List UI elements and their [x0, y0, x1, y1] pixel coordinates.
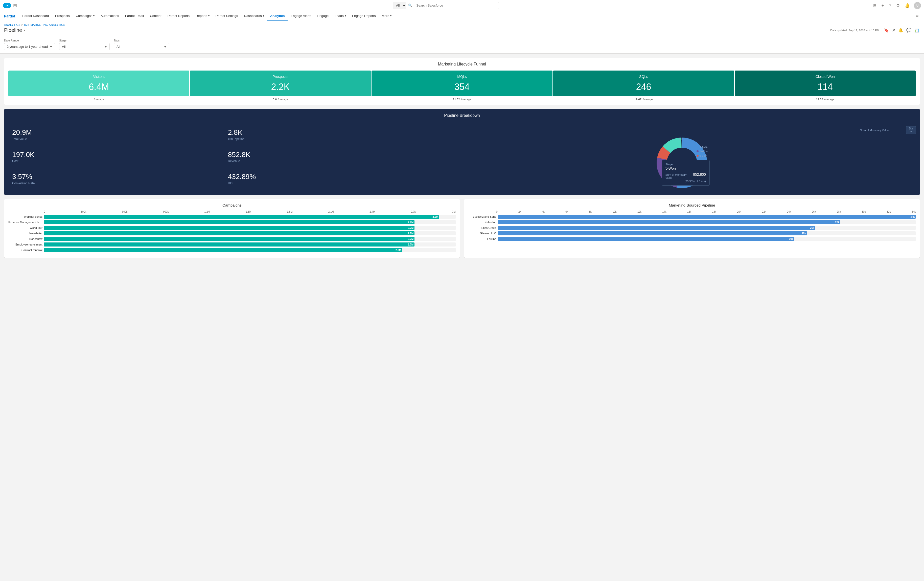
- main-nav: Pardot Pardot Dashboard Prospects Campai…: [0, 11, 924, 21]
- nav-pardot-reports[interactable]: Pardot Reports: [165, 11, 193, 21]
- search-area: All 🔍: [20, 2, 872, 9]
- breadcrumb: ANALYTICS > B2B MARKETING ANALYTICS: [4, 23, 920, 26]
- nav-prospects[interactable]: Prospects: [52, 11, 73, 21]
- funnel-tile-sqls-value: 246: [636, 82, 651, 92]
- bar-val-expense: 2.7M: [408, 221, 414, 224]
- salesforce-logo: ☁: [3, 3, 11, 8]
- pipeline-chart-area: Sum of Monetary Value Sta ▾: [444, 122, 920, 195]
- apps-grid-icon[interactable]: ⊞: [13, 3, 17, 8]
- funnel-tile-prospects-label: Prospects: [272, 74, 288, 79]
- bar-val-sipes: 26k: [810, 226, 814, 229]
- bar-fill-contract: 2.6M: [44, 248, 402, 252]
- breadcrumb-part2[interactable]: B2B MARKETING ANALYTICS: [24, 23, 66, 26]
- date-range-filter: Date Range 2 years ago to 1 year ahead: [4, 39, 55, 50]
- bar-track-sipes: 26k: [498, 226, 916, 230]
- marketing-sourced-card: Marketing Sourced Pipeline 0 2k 4k 6k 8k…: [464, 199, 920, 258]
- bar-row-employee: Employee recruitment 2.7M: [8, 243, 456, 246]
- bar-label-sipes: Sipes Group: [468, 226, 496, 229]
- nav-engage[interactable]: Engage: [314, 11, 332, 21]
- stat-total-value: 20.9M Total Value: [12, 128, 220, 144]
- stat-roi: 432.89% ROI: [228, 172, 436, 188]
- nav-edit-button[interactable]: ✏: [915, 13, 920, 20]
- chat-icon-btn[interactable]: 💬: [906, 27, 912, 33]
- chart-icon-btn[interactable]: 📊: [914, 27, 920, 33]
- data-updated-text: Data updated: Sep 17, 2018 at 4:13 PM: [830, 29, 879, 32]
- plus-icon-btn[interactable]: +: [881, 3, 885, 8]
- bar-track-kulas: 28k: [498, 220, 916, 224]
- bar-val-feii: 24k: [789, 238, 794, 241]
- filters-bar: Date Range 2 years ago to 1 year ahead S…: [0, 36, 924, 54]
- top-bar-right: ⊟ + ? ⚙ 🔔 U: [872, 2, 921, 9]
- help-icon-btn[interactable]: ?: [888, 3, 892, 8]
- bar-row-feii: Feii Inc 24k: [468, 237, 916, 241]
- grid-icon-btn[interactable]: ⊟: [872, 3, 878, 8]
- bell-icon-btn[interactable]: 🔔: [904, 3, 911, 8]
- funnel-avg-visitors: Average: [8, 98, 189, 101]
- bar-fill-webinar: 2.9M: [44, 215, 439, 219]
- nav-content[interactable]: Content: [147, 11, 165, 21]
- nav-pardot-email[interactable]: Pardot Email: [122, 11, 147, 21]
- page-title-row: Pipeline ▾ Data updated: Sep 17, 2018 at…: [4, 27, 920, 33]
- funnel-tile-closed-won: Closed Won 114: [735, 71, 916, 96]
- nav-more[interactable]: More▾: [379, 11, 395, 21]
- funnel-tile-visitors: Visitors 6.4M: [8, 71, 189, 96]
- bar-track-employee: 2.7M: [44, 243, 456, 246]
- page-header-right: Data updated: Sep 17, 2018 at 4:13 PM 🔖 …: [830, 27, 920, 33]
- funnel-avg-sqls: 19.67 Average: [553, 98, 734, 101]
- bar-fill-world-tour: 2.7M: [44, 226, 414, 230]
- breadcrumb-separator: >: [21, 23, 24, 26]
- tooltip-stage-label: Stage: [665, 163, 706, 166]
- nav-leads[interactable]: Leads▾: [332, 11, 349, 21]
- nav-pardot-dashboard[interactable]: Pardot Dashboard: [19, 11, 52, 21]
- nav-engage-alerts[interactable]: Engage Alerts: [288, 11, 314, 21]
- bar-fill-tradeshow: 2.7M: [44, 237, 414, 241]
- nav-reports[interactable]: Reports▾: [193, 11, 213, 21]
- pipeline-body: 20.9M Total Value 2.8K # in Pipeline 197…: [4, 122, 920, 195]
- nav-engage-reports[interactable]: Engage Reports: [349, 11, 379, 21]
- campaigns-bar-chart: 0 300k 600k 900k 1.2M 1.5M 1.8M 2.1M 2.4…: [8, 210, 456, 252]
- settings-icon-btn[interactable]: ⚙: [895, 3, 901, 8]
- search-input[interactable]: [414, 3, 499, 7]
- funnel-averages: Average 3.6 Average 11.62 Average 19.67 …: [8, 98, 916, 101]
- bar-row-world-tour: World tour 2.7M: [8, 226, 456, 230]
- bar-track-newsletter: 2.7M: [44, 231, 456, 235]
- search-scope-select[interactable]: All: [393, 2, 406, 9]
- page-title-chevron[interactable]: ▾: [23, 28, 25, 32]
- bar-label-newsletter: Newsletter: [8, 232, 43, 235]
- bar-track-webinar: 2.9M: [44, 215, 456, 219]
- campaigns-title: Campaigns: [8, 203, 456, 207]
- campaigns-axis: 0 300k 600k 900k 1.2M 1.5M 1.8M 2.1M 2.4…: [8, 210, 456, 213]
- legend-sql: 4-SQL: [696, 145, 708, 148]
- breadcrumb-part1[interactable]: ANALYTICS: [4, 23, 20, 26]
- app-name: Pardot: [4, 14, 15, 18]
- bar-row-tradeshow: Tradeshow 2.7M: [8, 237, 456, 241]
- tags-select[interactable]: All: [114, 43, 169, 50]
- bar-track-expense: 2.7M: [44, 220, 456, 224]
- share-icon-btn[interactable]: ↗: [891, 27, 896, 33]
- date-range-select[interactable]: 2 years ago to 1 year ahead: [4, 43, 55, 50]
- bar-label-lueilwitz: Lueilwitz and Sons: [468, 215, 496, 218]
- chart-title: Sum of Monetary Value: [448, 129, 904, 132]
- search-icon[interactable]: 🔍: [406, 3, 414, 7]
- nav-campaigns[interactable]: Campaigns▾: [73, 11, 98, 21]
- notify-icon-btn[interactable]: 🔔: [898, 27, 904, 33]
- nav-dashboards[interactable]: Dashboards▾: [241, 11, 267, 21]
- bar-fill-feii: 24k: [498, 237, 794, 241]
- bar-label-world-tour: World tour: [8, 226, 43, 229]
- nav-automations[interactable]: Automations: [97, 11, 122, 21]
- bar-val-webinar: 2.9M: [433, 215, 438, 218]
- tooltip-stage-value: 5-Won: [665, 167, 706, 170]
- bar-label-kulas: Kulas Inc: [468, 221, 496, 224]
- bookmark-icon-btn[interactable]: 🔖: [883, 27, 889, 33]
- avatar[interactable]: U: [914, 2, 921, 9]
- stage-select[interactable]: All: [59, 43, 110, 50]
- stage-label: Stage: [59, 39, 110, 42]
- nav-items: Pardot Dashboard Prospects Campaigns▾ Au…: [19, 11, 915, 21]
- chart-dropdown-btn[interactable]: Sta ▾: [906, 126, 916, 134]
- funnel-tile-prospects-value: 2.2K: [271, 82, 290, 92]
- bar-row-newsletter: Newsletter 2.7M: [8, 231, 456, 235]
- bar-label-gleason: Gleason LLC: [468, 232, 496, 235]
- funnel-avg-prospects: 3.6 Average: [190, 98, 371, 101]
- nav-pardot-settings[interactable]: Pardot Settings: [213, 11, 241, 21]
- nav-analytics[interactable]: Analytics: [267, 11, 288, 21]
